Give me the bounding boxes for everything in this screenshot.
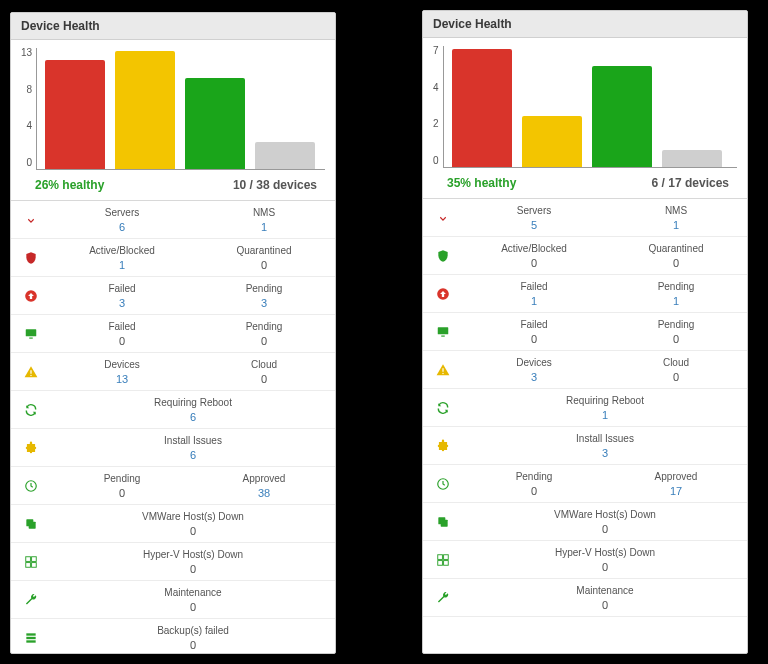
metric-label: Pending <box>605 318 747 332</box>
metric-cell[interactable]: Install Issues6 <box>51 434 335 462</box>
metric-value[interactable]: 3 <box>463 370 605 384</box>
row-body: Failed0Pending0 <box>51 320 335 348</box>
metric-value[interactable]: 13 <box>51 372 193 386</box>
svg-rect-22 <box>441 519 448 526</box>
metric-value[interactable]: 1 <box>605 294 747 308</box>
metric-value[interactable]: 1 <box>463 294 605 308</box>
metric-label: Pending <box>193 282 335 296</box>
metric-row: Install Issues6 <box>11 429 335 467</box>
bar-other[interactable] <box>255 142 315 169</box>
row-body: Install Issues3 <box>463 432 747 460</box>
metric-label: Approved <box>605 470 747 484</box>
metric-cell[interactable]: Failed3 <box>51 282 193 310</box>
y-tick: 4 <box>433 83 439 93</box>
panel-title: Device Health <box>423 11 747 38</box>
refresh-icon <box>423 401 463 415</box>
metric-cell[interactable]: Devices13 <box>51 358 193 386</box>
metric-value[interactable]: 38 <box>193 486 335 500</box>
puzzle-icon <box>11 441 51 455</box>
metric-cell[interactable]: NMS1 <box>605 204 747 232</box>
metric-value[interactable]: 3 <box>463 446 747 460</box>
y-tick: 0 <box>21 158 32 168</box>
row-body: Active/Blocked1Quarantined0 <box>51 244 335 272</box>
bar-healthy[interactable] <box>592 66 652 167</box>
svg-rect-13 <box>26 636 35 638</box>
metric-row: Devices3Cloud0 <box>423 351 747 389</box>
metric-cell[interactable]: Requiring Reboot6 <box>51 396 335 424</box>
metric-cell: Maintenance0 <box>51 586 335 614</box>
row-body: Pending0Approved17 <box>463 470 747 498</box>
svg-rect-17 <box>441 335 445 336</box>
metric-value[interactable]: 6 <box>51 220 193 234</box>
metric-value[interactable]: 1 <box>193 220 335 234</box>
metric-value[interactable]: 6 <box>51 410 335 424</box>
metric-value[interactable]: 1 <box>51 258 193 272</box>
metric-value: 0 <box>463 598 747 612</box>
metric-cell[interactable]: Active/Blocked1 <box>51 244 193 272</box>
metric-cell[interactable]: Approved17 <box>605 470 747 498</box>
metric-cell: Pending0 <box>51 472 193 500</box>
healthy-pct: 26% healthy <box>35 178 104 192</box>
metric-cell: Backup(s) failed0 <box>51 624 335 652</box>
metric-cell[interactable]: Failed1 <box>463 280 605 308</box>
bar-critical[interactable] <box>452 49 512 167</box>
bar-chart[interactable]: 13840 <box>21 48 325 170</box>
bar-critical[interactable] <box>45 60 105 169</box>
warn-icon <box>423 363 463 377</box>
metric-label: Pending <box>193 320 335 334</box>
bar-other[interactable] <box>662 150 722 167</box>
metric-row: Maintenance0 <box>423 579 747 617</box>
metric-cell[interactable]: Servers5 <box>463 204 605 232</box>
row-body: Hyper-V Host(s) Down0 <box>51 548 335 576</box>
metric-row: Devices13Cloud0 <box>11 353 335 391</box>
puzzle-icon <box>423 439 463 453</box>
wrench-icon <box>423 591 463 605</box>
metric-cell[interactable]: Pending1 <box>605 280 747 308</box>
bar-warning[interactable] <box>115 51 175 169</box>
svg-rect-24 <box>444 554 449 559</box>
row-body: VMWare Host(s) Down0 <box>463 508 747 536</box>
svg-rect-14 <box>26 640 35 642</box>
metric-label: NMS <box>193 206 335 220</box>
metric-cell: VMWare Host(s) Down0 <box>51 510 335 538</box>
metric-label: Install Issues <box>463 432 747 446</box>
metric-value: 0 <box>51 600 335 614</box>
metric-value: 0 <box>51 524 335 538</box>
metric-value[interactable]: 1 <box>605 218 747 232</box>
metric-value[interactable]: 1 <box>463 408 747 422</box>
metric-value[interactable]: 5 <box>463 218 605 232</box>
row-body: Servers5NMS1 <box>463 204 747 232</box>
bar-healthy[interactable] <box>185 78 245 169</box>
metric-cell[interactable]: Approved38 <box>193 472 335 500</box>
row-body: Backup(s) failed0 <box>51 624 335 652</box>
metric-cell[interactable]: Devices3 <box>463 356 605 384</box>
chart-area: 7420 <box>423 38 747 172</box>
metric-label: Maintenance <box>51 586 335 600</box>
y-tick: 4 <box>21 121 32 131</box>
metric-cell[interactable]: Servers6 <box>51 206 193 234</box>
metric-value[interactable]: 17 <box>605 484 747 498</box>
metric-label: Approved <box>193 472 335 486</box>
metric-cell[interactable]: Pending3 <box>193 282 335 310</box>
metric-label: Cloud <box>605 356 747 370</box>
clock-icon <box>11 479 51 493</box>
metric-value: 0 <box>463 560 747 574</box>
vm-icon <box>11 517 51 531</box>
metric-value: 0 <box>605 370 747 384</box>
metric-cell[interactable]: NMS1 <box>193 206 335 234</box>
metric-value[interactable]: 6 <box>51 448 335 462</box>
bar-chart[interactable]: 7420 <box>433 46 737 168</box>
metric-row: Requiring Reboot1 <box>423 389 747 427</box>
bar-warning[interactable] <box>522 116 582 167</box>
row-body: Active/Blocked0Quarantined0 <box>463 242 747 270</box>
metric-cell[interactable]: Requiring Reboot1 <box>463 394 747 422</box>
metric-value[interactable]: 3 <box>193 296 335 310</box>
metric-value: 0 <box>51 562 335 576</box>
metric-cell[interactable]: Install Issues3 <box>463 432 747 460</box>
svg-rect-19 <box>442 372 443 373</box>
y-tick: 8 <box>21 85 32 95</box>
metric-value[interactable]: 3 <box>51 296 193 310</box>
metric-row: Requiring Reboot6 <box>11 391 335 429</box>
metric-label: Devices <box>51 358 193 372</box>
metric-cell: Active/Blocked0 <box>463 242 605 270</box>
